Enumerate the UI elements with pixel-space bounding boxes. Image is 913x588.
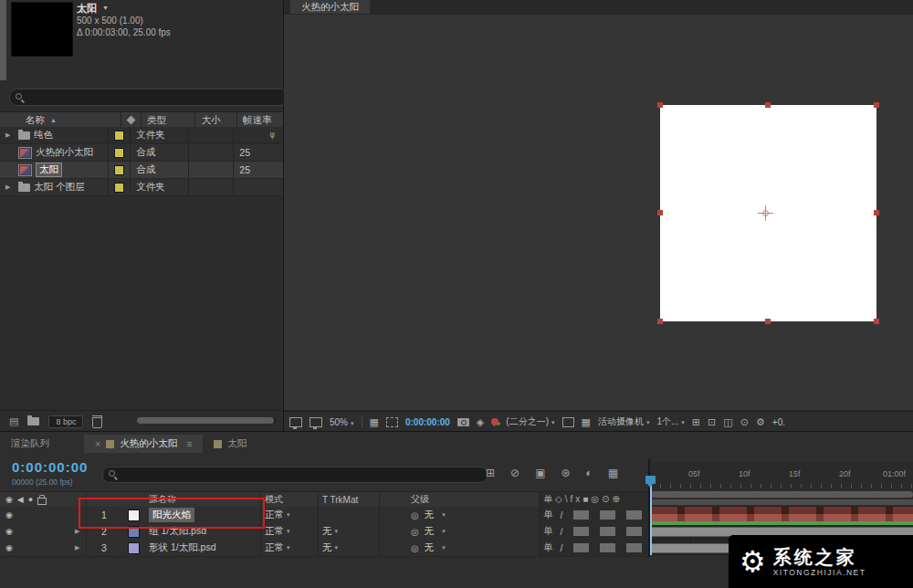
frame-blend-icon[interactable]: ⊛ (561, 467, 570, 479)
caret-down-icon[interactable]: ▼ (102, 5, 109, 11)
pickwhip-icon[interactable]: ◎ (411, 527, 419, 537)
playhead-line[interactable] (650, 483, 652, 555)
layer-row-3[interactable]: ◉ ▶ 3 形状 1/太阳.psd 正常▾ 无▾ ◎无▾ 单/ (0, 540, 649, 557)
always-preview-icon[interactable] (289, 417, 302, 427)
draft-3d-icon[interactable]: ⊘ (510, 467, 519, 479)
anchor-point[interactable] (758, 205, 773, 221)
view-layout-select[interactable]: 1个...▾ (656, 415, 684, 428)
project-search-input[interactable] (29, 91, 282, 103)
playhead-handle[interactable] (645, 476, 656, 484)
column-header-fps[interactable]: 帧速率 (236, 112, 283, 128)
project-search[interactable] (9, 89, 289, 106)
show-snapshot-icon[interactable]: ◈ (477, 416, 484, 428)
comp-mini-flowchart-icon[interactable]: ⊞ (486, 467, 495, 479)
selection-handle[interactable] (765, 319, 771, 324)
switch-block[interactable] (573, 543, 589, 552)
composition-canvas[interactable] (284, 15, 913, 410)
flowchart-icon[interactable]: ⊙ (740, 416, 749, 428)
layer-color-swatch[interactable] (128, 542, 140, 554)
camera-select[interactable]: 活动摄像机▾ (598, 415, 650, 428)
close-icon[interactable]: × (95, 438, 100, 449)
switch-block[interactable] (573, 527, 589, 536)
viewer-tab[interactable]: 火热的小太阳 (290, 0, 370, 14)
layer-color-swatch[interactable] (128, 509, 140, 521)
audio-icon[interactable]: ◀ (17, 495, 24, 504)
switch-block[interactable] (573, 510, 589, 520)
region-of-interest-icon[interactable] (562, 417, 574, 427)
switch-block[interactable] (626, 527, 642, 536)
solo-icon[interactable]: ● (28, 495, 33, 504)
fast-preview-icon[interactable]: ⊡ (708, 416, 716, 428)
parent-select[interactable]: ◎无▾ (379, 507, 539, 523)
exposure-gear-icon[interactable]: ⚙ (756, 416, 765, 428)
graph-editor-icon[interactable]: ▦ (608, 467, 618, 479)
column-header-type[interactable]: 类型 (141, 112, 195, 128)
selection-handle[interactable] (657, 102, 663, 108)
scrollbar-thumb[interactable] (137, 417, 274, 424)
blend-mode-select[interactable]: 正常▾ (260, 523, 318, 540)
transparency-grid-icon[interactable]: ▦ (582, 416, 591, 428)
project-item-row[interactable]: ▶ 火热的小太阳 合成 25 (0, 144, 283, 162)
layer1-duration-bar[interactable] (650, 514, 913, 521)
layer-name-cell[interactable]: 组 1/太阳.psd (145, 523, 260, 540)
work-area-bar[interactable] (650, 499, 913, 505)
mask-visibility-icon[interactable] (386, 417, 398, 427)
layer-switches[interactable]: 单/ (539, 507, 649, 523)
pixel-aspect-icon[interactable]: ⊞ (692, 416, 700, 428)
parent-select[interactable]: ◎无▾ (379, 523, 539, 540)
exposure-value[interactable]: +0. (772, 417, 785, 427)
shy-switch[interactable]: 单 (543, 509, 553, 521)
lock-icon[interactable] (37, 498, 47, 505)
layer-row-1[interactable]: ◉ 1 阳光火焰 正常▾ ◎无▾ 单/ (0, 507, 649, 524)
project-scrollbar[interactable] (137, 417, 276, 424)
project-item-row[interactable]: ▶ 纯色 文件夹 ⋔ (0, 127, 283, 144)
label-color-swatch[interactable] (114, 148, 124, 158)
trkmat-column-header[interactable]: T TrkMat (318, 492, 379, 507)
twisty-icon[interactable]: ▶ (75, 544, 84, 551)
blend-mode-select[interactable]: 正常▾ (260, 540, 318, 556)
source-name-header[interactable]: 源名称 (145, 492, 260, 507)
layer-row-2[interactable]: ◉ ▶ 2 组 1/太阳.psd 正常▾ 无▾ ◎无▾ 单/ (0, 523, 649, 541)
primary-viewer-icon[interactable] (310, 417, 322, 427)
resolution-select[interactable]: (二分之一)▾ (506, 415, 554, 428)
timeline-button-icon[interactable]: ◫ (723, 416, 732, 428)
grid-options-icon[interactable]: ▦ (370, 416, 379, 428)
delete-icon[interactable] (92, 415, 102, 428)
channels-icon[interactable] (491, 418, 498, 425)
shy-layers-icon[interactable]: ▣ (535, 467, 545, 479)
column-header-label[interactable] (121, 112, 141, 128)
twisty-icon[interactable]: ▶ (5, 131, 15, 139)
interpret-footage-icon[interactable]: ▤ (9, 415, 18, 427)
tab-render-queue[interactable]: 渲染队列 (0, 435, 60, 453)
parent-select[interactable]: ◎无▾ (379, 540, 539, 556)
layer-switches[interactable]: 单/ (539, 523, 649, 540)
tab-comp-active[interactable]: × 火热的小太阳 ≡ (84, 435, 203, 453)
label-color-swatch[interactable] (114, 165, 124, 175)
mode-column-header[interactable]: 模式 (260, 492, 318, 507)
pickwhip-icon[interactable]: ◎ (411, 543, 419, 553)
quality-switch[interactable]: / (561, 542, 563, 553)
label-color-swatch[interactable] (114, 131, 124, 141)
selection-handle[interactable] (657, 319, 663, 324)
eye-icon[interactable]: ◉ (5, 527, 13, 536)
snapshot-icon[interactable] (457, 418, 469, 426)
timeline-current-time[interactable]: 0:00:00:00 (12, 459, 88, 475)
project-item-row-selected[interactable]: ▶ 太阳 合成 25 (0, 162, 283, 179)
quality-switch[interactable]: / (561, 509, 563, 520)
switches-column-header[interactable]: 单◇\fx■◎⊙⊕ (539, 492, 649, 507)
pickwhip-icon[interactable]: ◎ (411, 510, 419, 520)
switch-block[interactable] (600, 543, 615, 552)
column-header-size[interactable]: 大小 (194, 112, 236, 128)
parent-column-header[interactable]: 父级 (379, 492, 539, 507)
quality-switch[interactable]: / (561, 526, 563, 537)
trkmat-select[interactable]: 无▾ (318, 540, 379, 556)
timeline-search[interactable] (102, 467, 488, 483)
selection-handle[interactable] (874, 210, 879, 215)
selection-handle[interactable] (874, 319, 879, 324)
panel-grip[interactable] (0, 0, 6, 80)
switch-block[interactable] (626, 543, 642, 552)
trkmat-select[interactable]: 无▾ (318, 523, 379, 540)
selection-handle[interactable] (765, 102, 771, 108)
shy-switch[interactable]: 单 (543, 525, 553, 538)
motion-blur-icon[interactable]: ◐ (586, 467, 593, 479)
